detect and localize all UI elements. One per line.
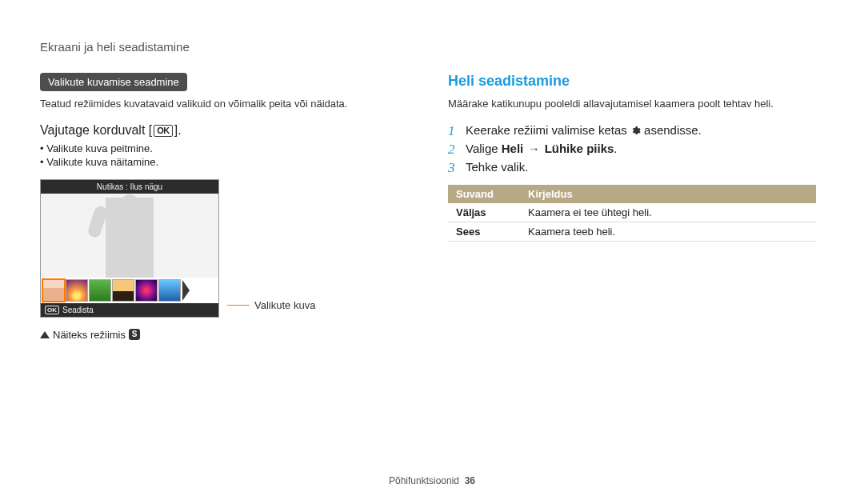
right-intro-text: Määrake katikunupu pooleldi allavajutami… [448, 96, 824, 112]
bullet-item: Valikute kuva peitmine. [40, 142, 400, 154]
example-note-text: Näiteks režiimis [53, 329, 126, 341]
camera-footer-label: Seadista [62, 306, 94, 314]
mode-badge-icon: S [129, 329, 140, 340]
breadcrumb: Ekraani ja heli seadistamine [40, 40, 824, 54]
press-prefix: Vajutage korduvalt [ [40, 123, 152, 137]
option-description: Kaamera teeb heli. [520, 222, 816, 241]
step-2-prefix: Valige [466, 142, 502, 155]
camera-footer-bar: OK Seadista [41, 303, 218, 317]
table-row: Väljas Kaamera ei tee ühtegi heli. [448, 203, 816, 222]
thumbnail-sunset [66, 279, 88, 302]
options-table: Suvand Kirjeldus Väljas Kaamera ei tee ü… [448, 185, 816, 242]
table-head-description: Kirjeldus [520, 185, 816, 203]
step-2-bold2: Lühike piiks [545, 142, 614, 155]
camera-filmstrip [41, 278, 218, 303]
left-intro-text: Teatud režiimides kuvatavaid valikuid on… [40, 96, 400, 112]
step-2-suffix: . [614, 142, 617, 155]
person-silhouette-icon [106, 198, 154, 278]
bullet-item: Valikute kuva näitamine. [40, 156, 400, 168]
step-3: Tehke valik. [448, 160, 824, 174]
bullet-list: Valikute kuva peitmine. Valikute kuva nä… [40, 142, 400, 168]
callout-label: Valikute kuva [254, 299, 315, 311]
example-note: Näiteks režiimis S [40, 329, 400, 341]
page-footer: Põhifunktsioonid 36 [0, 475, 864, 486]
footer-section: Põhifunktsioonid [389, 475, 459, 486]
press-suffix: ]. [174, 123, 182, 137]
ok-mini-icon: OK [45, 306, 59, 314]
page-number: 36 [465, 475, 475, 486]
step-1-prefix: Keerake režiimi valimise ketas [466, 123, 630, 137]
camera-titlebar: Nutikas : Ilus nägu [41, 180, 218, 194]
camera-illustration-wrap: Nutikas : Ilus nägu OK [40, 179, 400, 318]
table-row: Sees Kaamera teeb heli. [448, 222, 816, 241]
option-name: Väljas [448, 203, 520, 222]
triangle-up-icon [40, 331, 50, 338]
thumbnail-face [42, 279, 65, 302]
option-description: Kaamera ei tee ühtegi heli. [520, 203, 816, 222]
two-column-layout: Valikute kuvamise seadmine Teatud režiim… [40, 73, 824, 341]
table-head-option: Suvand [448, 185, 520, 203]
section-title: Heli seadistamine [448, 73, 824, 90]
gear-icon [630, 126, 641, 136]
step-1-suffix: asendisse. [644, 123, 702, 137]
arrow-right-icon: → [528, 142, 539, 155]
callout-line-icon [227, 305, 250, 306]
camera-preview-area [41, 194, 218, 278]
thumbnail-firework [135, 279, 158, 302]
chevron-right-icon [182, 280, 190, 301]
step-1: Keerake režiimi valimise ketas asendisse… [448, 123, 824, 137]
thumbnail-blue [158, 279, 181, 302]
camera-screen-illustration: Nutikas : Ilus nägu OK [40, 179, 219, 318]
subsection-pill: Valikute kuvamise seadmine [40, 73, 187, 91]
numbered-steps: Keerake režiimi valimise ketas asendisse… [448, 123, 824, 174]
ok-key-icon: OK [154, 125, 173, 137]
left-column: Valikute kuvamise seadmine Teatud režiim… [40, 73, 400, 341]
right-column: Heli seadistamine Määrake katikunupu poo… [448, 73, 824, 341]
press-ok-instruction: Vajutage korduvalt [OK]. [40, 123, 400, 138]
callout: Valikute kuva [227, 299, 315, 311]
option-name: Sees [448, 222, 520, 241]
step-2-bold1: Heli [502, 142, 524, 155]
thumbnail-green [89, 279, 111, 302]
step-2: Valige Heli → Lühike piiks. [448, 142, 824, 155]
document-page: Ekraani ja heli seadistamine Valikute ku… [0, 0, 864, 504]
thumbnail-beach [112, 279, 134, 302]
